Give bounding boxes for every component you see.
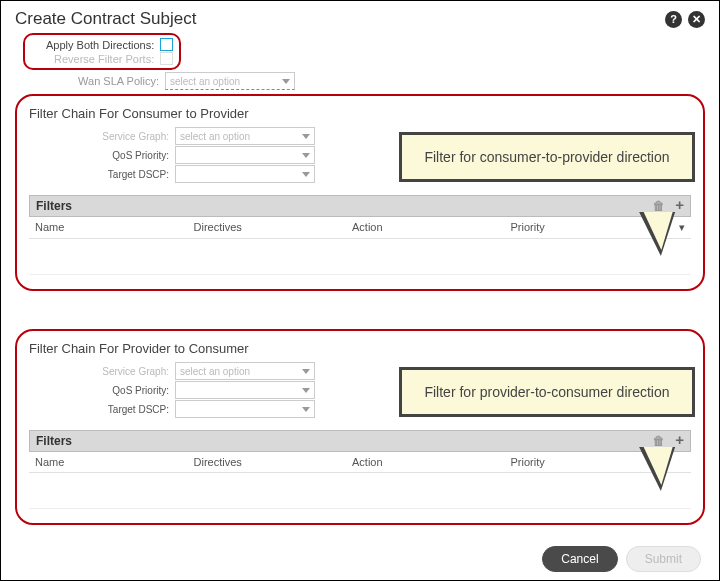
c2p-qos-select[interactable] (175, 146, 315, 164)
col-directives: Directives (194, 456, 353, 468)
reverse-ports-label: Reverse Filter Ports: (25, 53, 154, 65)
consumer-to-provider-panel: Filter Chain For Consumer to Provider Se… (15, 94, 705, 291)
close-icon[interactable]: ✕ (688, 11, 705, 28)
chevron-down-icon (282, 79, 290, 84)
add-filter-icon[interactable]: + (675, 199, 684, 213)
dialog-title: Create Contract Subject (15, 9, 196, 29)
cancel-button[interactable]: Cancel (542, 546, 617, 572)
dialog-footer: Cancel Submit (542, 546, 701, 572)
p2c-filters-table-head: Name Directives Action Priority (29, 452, 691, 473)
submit-button[interactable]: Submit (626, 546, 701, 572)
p2c-filters-table-body (29, 473, 691, 509)
col-directives: Directives (194, 221, 353, 234)
c2p-title: Filter Chain For Consumer to Provider (29, 106, 691, 121)
chevron-down-icon (302, 388, 310, 393)
c2p-qos-label: QoS Priority: (37, 150, 169, 161)
trash-icon[interactable]: 🗑 (653, 434, 665, 448)
p2c-service-graph-label: Service Graph: (37, 366, 169, 377)
col-name: Name (35, 221, 194, 234)
chevron-down-icon (302, 369, 310, 374)
chevron-down-icon (302, 407, 310, 412)
chevron-down-icon (302, 134, 310, 139)
c2p-dscp-select[interactable] (175, 165, 315, 183)
help-icon[interactable]: ? (665, 11, 682, 28)
p2c-qos-label: QoS Priority: (37, 385, 169, 396)
col-action: Action (352, 456, 511, 468)
apply-both-label: Apply Both Directions: (25, 39, 154, 51)
create-contract-subject-dialog: Create Contract Subject ? ✕ Apply Both D… (0, 0, 720, 581)
c2p-dscp-label: Target DSCP: (37, 169, 169, 180)
p2c-dscp-label: Target DSCP: (37, 404, 169, 415)
col-name: Name (35, 456, 194, 468)
wan-sla-select[interactable]: select an option (165, 72, 295, 90)
col-action: Action (352, 221, 511, 234)
chevron-down-icon (302, 172, 310, 177)
apply-both-highlight: Apply Both Directions: Reverse Filter Po… (23, 33, 181, 70)
c2p-filters-header: Filters 🗑 + (29, 195, 691, 217)
add-filter-icon[interactable]: + (675, 434, 684, 448)
reverse-ports-checkbox[interactable] (160, 52, 173, 65)
p2c-callout: Filter for provider-to-consumer directio… (399, 367, 695, 417)
provider-to-consumer-panel: Filter Chain For Provider to Consumer Se… (15, 329, 705, 525)
p2c-service-graph-select[interactable]: select an option (175, 362, 315, 380)
p2c-qos-select[interactable] (175, 381, 315, 399)
c2p-callout: Filter for consumer-to-provider directio… (399, 132, 695, 182)
c2p-filters-table-head: Name Directives Action Priority ▾ (29, 217, 691, 239)
p2c-filters-header: Filters 🗑 + (29, 430, 691, 452)
trash-icon[interactable]: 🗑 (653, 199, 665, 213)
wan-sla-label: Wan SLA Policy: (35, 75, 159, 87)
apply-both-checkbox[interactable] (160, 38, 173, 51)
p2c-title: Filter Chain For Provider to Consumer (29, 341, 691, 356)
p2c-dscp-select[interactable] (175, 400, 315, 418)
c2p-service-graph-select[interactable]: select an option (175, 127, 315, 145)
c2p-filters-table-body (29, 239, 691, 275)
c2p-service-graph-label: Service Graph: (37, 131, 169, 142)
title-bar: Create Contract Subject ? ✕ (15, 9, 705, 29)
chevron-down-icon (302, 153, 310, 158)
